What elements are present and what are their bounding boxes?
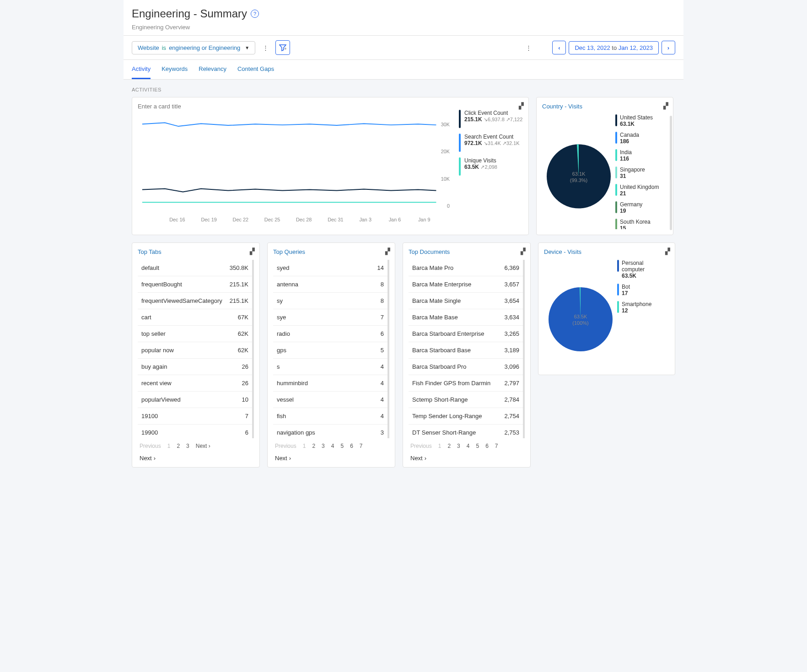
pager-page[interactable]: 3 bbox=[322, 443, 325, 449]
tab-activity[interactable]: Activity bbox=[132, 60, 151, 79]
table-row[interactable]: Temp Sender Long-Range 2,754 bbox=[409, 408, 523, 425]
legend-item[interactable]: Smartphone 12 bbox=[617, 301, 667, 314]
legend-item[interactable]: South Korea 15 bbox=[615, 219, 666, 229]
pager-page[interactable]: 1 bbox=[438, 443, 441, 449]
table-row[interactable]: sy 8 bbox=[273, 293, 387, 309]
date-range-picker[interactable]: Dec 13, 2022 to Jan 12, 2023 bbox=[569, 41, 659, 54]
legend-item[interactable]: Germany 19 bbox=[615, 201, 666, 214]
pager-page[interactable]: 6 bbox=[350, 443, 353, 449]
legend-color-bar bbox=[459, 157, 461, 176]
table-row[interactable]: popularViewed 10 bbox=[138, 392, 252, 408]
add-filter-button[interactable]: + bbox=[275, 40, 290, 55]
table-row[interactable]: vessel 4 bbox=[273, 392, 387, 408]
legend-item[interactable]: India 116 bbox=[615, 149, 666, 162]
table-row[interactable]: antenna 8 bbox=[273, 276, 387, 293]
table-row[interactable]: Barca Starboard Base 3,189 bbox=[409, 342, 523, 359]
pager-page[interactable]: 2 bbox=[177, 443, 180, 449]
table-row[interactable]: radio 6 bbox=[273, 326, 387, 342]
next-button[interactable]: Next › bbox=[273, 455, 389, 462]
country-pie-chart: 63.1K (99.3%) bbox=[542, 114, 615, 229]
table-row[interactable]: 19100 7 bbox=[138, 408, 252, 425]
legend-text: Click Event Count 215.1K ↘6,937.8 ↗7,122 bbox=[464, 110, 522, 128]
table-row[interactable]: Barca Mate Enterprise 3,657 bbox=[409, 276, 523, 293]
card-menu-icon[interactable]: ▞ bbox=[250, 247, 255, 255]
caret-down-icon: ▼ bbox=[245, 45, 249, 50]
legend-item[interactable]: Unique Visits 63.5K ↗2,098 bbox=[459, 157, 523, 176]
next-button[interactable]: Next › bbox=[138, 455, 254, 462]
row-label: gps bbox=[277, 347, 286, 354]
table-row[interactable]: 19900 6 bbox=[138, 425, 252, 438]
top-queries-card: Top Queries ▞ syed 14antenna 8sy 8sye 7r… bbox=[267, 242, 395, 468]
table-row[interactable]: buy again 26 bbox=[138, 359, 252, 375]
filter-value: engineering or Engineering bbox=[169, 44, 240, 51]
pager-page[interactable]: 2 bbox=[312, 443, 315, 449]
table-row[interactable]: syed 14 bbox=[273, 260, 387, 276]
row-label: Barca Mate Base bbox=[412, 314, 458, 321]
table-row[interactable]: navigation gps 3 bbox=[273, 425, 387, 438]
card-menu-icon[interactable]: ▞ bbox=[665, 247, 670, 255]
table-row[interactable]: Fish Finder GPS from Darmin 2,797 bbox=[409, 375, 523, 392]
table-row[interactable]: s 4 bbox=[273, 359, 387, 375]
pager-page[interactable]: 3 bbox=[457, 443, 460, 449]
pager-page[interactable]: 7 bbox=[495, 443, 498, 449]
table-row[interactable]: top seller 62K bbox=[138, 326, 252, 342]
card-menu-icon[interactable]: ▞ bbox=[663, 102, 668, 109]
table-row[interactable]: Sctemp Short-Range 2,784 bbox=[409, 392, 523, 408]
table-row[interactable]: popular now 62K bbox=[138, 342, 252, 359]
pager-page[interactable]: 1 bbox=[167, 443, 171, 449]
legend-item[interactable]: Click Event Count 215.1K ↘6,937.8 ↗7,122 bbox=[459, 110, 523, 128]
filter-pill[interactable]: Website is engineering or Engineering ▼ bbox=[132, 41, 255, 54]
tab-keywords[interactable]: Keywords bbox=[161, 60, 188, 79]
card-menu-icon[interactable]: ▞ bbox=[385, 247, 390, 255]
legend-item[interactable]: United Kingdom 21 bbox=[615, 184, 666, 197]
pager-page[interactable]: 7 bbox=[360, 443, 363, 449]
card-menu-icon[interactable]: ▞ bbox=[519, 102, 524, 109]
table-row[interactable]: frequentBought 215.1K bbox=[138, 276, 252, 293]
tab-content-gaps[interactable]: Content Gaps bbox=[237, 60, 274, 79]
card-title-input[interactable] bbox=[138, 103, 229, 110]
table-row[interactable]: gps 5 bbox=[273, 342, 387, 359]
pager-next[interactable]: Next › bbox=[196, 443, 210, 449]
table-row[interactable]: frequentViewedSameCategory 215.1K bbox=[138, 293, 252, 309]
legend-item[interactable]: Search Event Count 972.1K ↘31.4K ↗32.1K bbox=[459, 134, 523, 152]
table-row[interactable]: cart 67K bbox=[138, 309, 252, 326]
card-menu-icon[interactable]: ▞ bbox=[521, 247, 526, 255]
legend-item[interactable]: United States 63.1K bbox=[615, 114, 666, 127]
table-row[interactable]: Barca Mate Single 3,654 bbox=[409, 293, 523, 309]
legend-item[interactable]: Bot 17 bbox=[617, 284, 667, 296]
pager-page[interactable]: 4 bbox=[467, 443, 470, 449]
row-label: vessel bbox=[277, 396, 294, 403]
table-row[interactable]: DT Senser Short-Range 2,753 bbox=[409, 425, 523, 438]
row-value: 8 bbox=[381, 297, 384, 304]
tab-relevancy[interactable]: Relevancy bbox=[199, 60, 226, 79]
table-row[interactable]: recent view 26 bbox=[138, 375, 252, 392]
pager-page[interactable]: 4 bbox=[331, 443, 334, 449]
pager-page[interactable]: 3 bbox=[186, 443, 189, 449]
pager-page[interactable]: 5 bbox=[476, 443, 479, 449]
country-visits-card: Country - Visits ▞ 63.1K (99.3%) United … bbox=[536, 97, 673, 235]
table-row[interactable]: fish 4 bbox=[273, 408, 387, 425]
date-prev-button[interactable]: ‹ bbox=[552, 41, 566, 54]
legend-item[interactable]: Canada 186 bbox=[615, 132, 666, 145]
table-row[interactable]: default 350.8K bbox=[138, 260, 252, 276]
scrollbar[interactable] bbox=[670, 116, 672, 230]
page-menu-icon[interactable]: ⋮ bbox=[523, 42, 534, 53]
funnel-icon: + bbox=[279, 44, 286, 51]
pager-page[interactable]: 2 bbox=[447, 443, 451, 449]
pager-page[interactable]: 6 bbox=[485, 443, 489, 449]
table-row[interactable]: Barca Mate Base 3,634 bbox=[409, 309, 523, 326]
row-label: s bbox=[277, 363, 280, 370]
next-button[interactable]: Next › bbox=[409, 455, 525, 462]
table-row[interactable]: Barca Mate Pro 6,369 bbox=[409, 260, 523, 276]
pager-page[interactable]: 5 bbox=[340, 443, 344, 449]
table-row[interactable]: Barca Starboard Enterprise 3,265 bbox=[409, 326, 523, 342]
filter-menu-icon[interactable]: ⋮ bbox=[260, 42, 271, 53]
pager-page[interactable]: 1 bbox=[303, 443, 306, 449]
table-row[interactable]: Barca Starboard Pro 3,096 bbox=[409, 359, 523, 375]
help-icon[interactable]: ? bbox=[251, 10, 259, 18]
table-row[interactable]: sye 7 bbox=[273, 309, 387, 326]
date-next-button[interactable]: › bbox=[662, 41, 675, 54]
legend-item[interactable]: Personal computer 63.5K bbox=[617, 260, 667, 279]
legend-item[interactable]: Singapore 31 bbox=[615, 167, 666, 179]
table-row[interactable]: humminbird 4 bbox=[273, 375, 387, 392]
